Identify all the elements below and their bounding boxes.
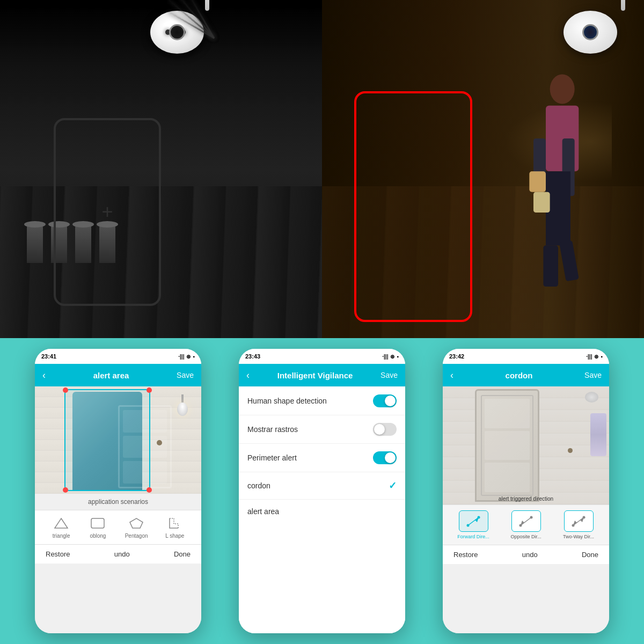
dp3-1: [485, 399, 530, 428]
status-bar-1: 23:41 ·||| ⊛ ▪: [35, 349, 201, 364]
nav-bar-2: ‹ Intelligent Vigilance Save: [239, 364, 405, 386]
oblong-label: oblong: [90, 533, 106, 539]
status-bar-3: 23:42 ·||| ⊛ ▪: [443, 349, 609, 364]
toggle-perimeter[interactable]: [373, 451, 397, 464]
detection-box-right: [354, 91, 472, 322]
phone2-content: Human shape detection Mostrar rastros Pe…: [239, 386, 405, 633]
menu-item-cordon[interactable]: cordon ✓: [239, 472, 405, 500]
dir-btn-opposite[interactable]: Opposite Dir...: [507, 510, 545, 539]
nav-title-3: cordon: [506, 371, 533, 380]
restore-button-1[interactable]: Restore: [46, 550, 70, 558]
alert-corner-br: [147, 487, 152, 493]
svg-point-29: [583, 516, 586, 518]
door-knob-3: [568, 448, 573, 453]
door-knob-1: [157, 440, 162, 445]
camera-device-right: [547, 0, 633, 80]
svg-rect-5: [543, 245, 558, 287]
oblong-icon: [88, 516, 107, 531]
svg-point-24: [530, 516, 533, 518]
wifi-icon-3: ⊛: [594, 354, 598, 360]
shape-lshape[interactable]: L shape: [165, 516, 185, 539]
shape-oblong[interactable]: oblong: [88, 516, 107, 539]
dir-label-opposite: Opposite Dir...: [510, 534, 541, 539]
signal-icon-1: ·|||: [178, 354, 184, 360]
toggle-knob-mostrar: [374, 424, 385, 435]
done-button-3[interactable]: Done: [582, 551, 598, 559]
signal-icon-2: ·|||: [382, 354, 388, 360]
save-button-2[interactable]: Save: [380, 371, 398, 379]
detection-box-left: [54, 118, 161, 306]
toggle-mostrar[interactable]: [373, 423, 397, 436]
phone-alert-area: 23:41 ·||| ⊛ ▪ ‹ alert area Save: [35, 349, 201, 633]
nav-bar-3: ‹ cordon Save: [443, 364, 609, 386]
lshape-label: L shape: [165, 533, 184, 539]
dp3-2: [485, 431, 530, 460]
menu-item-human-shape: Human shape detection: [239, 387, 405, 415]
alert-corner-tr: [147, 387, 152, 393]
shape-triangle[interactable]: triangle: [52, 516, 71, 539]
done-button-1[interactable]: Done: [174, 550, 191, 558]
menu-item-alert-area[interactable]: alert area: [239, 500, 405, 523]
dp3-3: [485, 463, 530, 492]
svg-rect-8: [533, 192, 550, 213]
alert-corner-bl: [63, 487, 68, 493]
undo-button-1[interactable]: undo: [114, 550, 130, 558]
triangle-icon: [52, 516, 71, 531]
shape-selector: triangle oblong Pentagon: [35, 510, 201, 544]
bottom-actions-3: Restore undo Done: [443, 545, 609, 564]
dir-btn-forward[interactable]: Forward Dire...: [455, 510, 492, 539]
pentagon-label: Pentagon: [125, 533, 148, 539]
menu-item-mostrar: Mostrar rastros: [239, 415, 405, 444]
app-scenarios-label: application scenarios: [35, 494, 201, 510]
alert-overlay: [64, 389, 150, 491]
dir-label-forward: Forward Dire...: [457, 534, 489, 539]
dir-btn-twoway[interactable]: Two-Way Dir...: [560, 510, 597, 539]
dir-icon-forward: [459, 510, 488, 532]
status-icons-1: ·||| ⊛ ▪: [178, 354, 195, 360]
back-button-3[interactable]: ‹: [450, 370, 453, 381]
svg-point-23: [519, 524, 522, 526]
nav-title-2: Intelligent Vigilance: [277, 371, 353, 380]
phone3-content: alert triggered direction Forward Dire..…: [443, 386, 609, 633]
camera-lens-right: [582, 24, 598, 40]
undo-button-3[interactable]: undo: [522, 551, 538, 559]
back-button-1[interactable]: ‹: [42, 370, 46, 381]
save-button-3[interactable]: Save: [584, 371, 602, 379]
svg-point-20: [478, 516, 480, 518]
small-camera: [585, 392, 601, 405]
phone1-content: application scenarios triangle oblong: [35, 386, 201, 633]
phone-vigilance: 23:43 ·||| ⊛ ▪ ‹ Intelligent Vigilance S…: [239, 349, 405, 633]
camera-preview-1: [35, 386, 201, 494]
menu-label-mostrar: Mostrar rastros: [247, 425, 298, 434]
camera-body-right: [564, 11, 617, 54]
door-panels-3: [481, 395, 533, 496]
svg-rect-10: [91, 518, 104, 528]
menu-label-human-shape: Human shape detection: [247, 397, 327, 405]
signal-icon-3: ·|||: [586, 354, 592, 360]
dir-icon-opposite: [511, 510, 541, 532]
save-button-1[interactable]: Save: [177, 371, 194, 379]
camera-view-right: [322, 0, 644, 338]
nav-title-1: alert area: [93, 371, 129, 380]
camera-antenna: [205, 0, 209, 11]
status-time-2: 23:43: [245, 353, 260, 360]
toggle-human-shape[interactable]: [373, 394, 397, 407]
camera-device-left: [134, 0, 220, 80]
door-shape-3: [475, 389, 539, 502]
top-section: [0, 0, 644, 338]
svg-rect-6: [559, 240, 579, 282]
svg-point-19: [467, 524, 470, 526]
back-button-2[interactable]: ‹: [246, 370, 250, 381]
svg-rect-7: [529, 171, 546, 192]
cordon-preview: alert triggered direction: [443, 386, 609, 504]
menu-list: Human shape detection Mostrar rastros Pe…: [239, 387, 405, 633]
battery-icon-2: ▪: [397, 354, 399, 360]
nav-bar-1: ‹ alert area Save: [35, 364, 201, 386]
toggle-knob-perimeter: [385, 452, 396, 463]
shape-pentagon[interactable]: Pentagon: [125, 516, 148, 539]
camera-antenna-right: [621, 0, 625, 11]
battery-icon-1: ▪: [193, 354, 195, 360]
status-time-1: 23:41: [41, 353, 56, 360]
restore-button-3[interactable]: Restore: [453, 551, 478, 559]
wifi-icon-1: ⊛: [186, 354, 191, 360]
